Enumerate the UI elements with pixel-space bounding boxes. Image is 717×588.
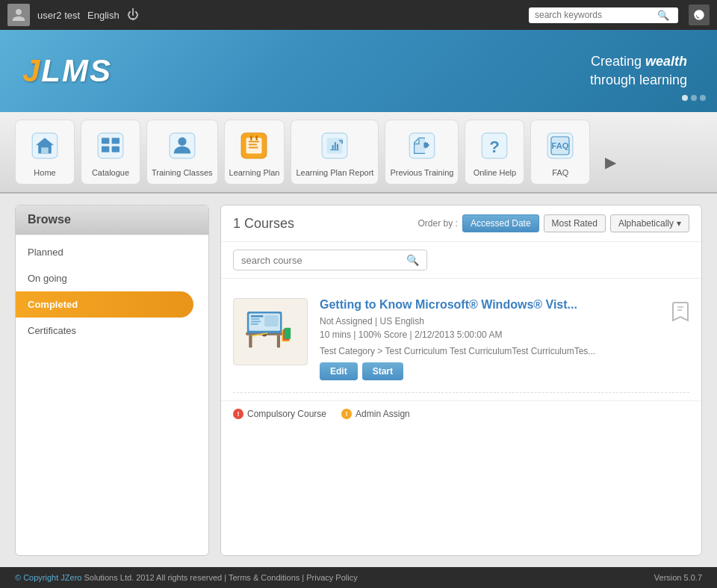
nav-next-arrow[interactable]: ▶: [599, 140, 621, 185]
nav-learning-plan-label: Learning Plan: [229, 168, 280, 178]
report-icon: [315, 126, 354, 165]
svg-rect-2: [98, 133, 123, 158]
nav-report-label: Learning Plan Report: [296, 168, 373, 178]
legend-bar: ! Compulsory Course ! Admin Assign: [221, 400, 701, 427]
home-icon: [25, 126, 64, 165]
nav-faq[interactable]: FAQ FAQ: [530, 120, 590, 185]
svg-rect-15: [251, 135, 252, 140]
search-submit-button[interactable]: [689, 4, 710, 25]
course-search: 🔍: [221, 242, 701, 279]
svg-rect-11: [249, 141, 259, 143]
order-label: Order by :: [418, 218, 458, 229]
search-icon: 🔍: [657, 10, 669, 21]
footer: © Copyright JZero Solutions Ltd. 2012 Al…: [0, 567, 717, 588]
previous-icon: [403, 126, 441, 165]
course-actions: Edit Start: [320, 362, 659, 380]
edit-button[interactable]: Edit: [320, 362, 358, 380]
course-count: 1 Courses: [233, 216, 294, 232]
nav-catalogue-label: Catalogue: [92, 168, 129, 178]
faq-icon: FAQ: [541, 126, 580, 165]
browse-item-certificates[interactable]: Certificates: [16, 318, 208, 344]
nav-faq-label: FAQ: [552, 168, 568, 178]
svg-rect-5: [102, 146, 109, 152]
svg-rect-31: [250, 321, 260, 322]
svg-rect-26: [276, 335, 279, 347]
browse-item-planned[interactable]: Planned: [16, 239, 208, 265]
order-controls: Order by : Accessed Date Most Rated Alph…: [418, 214, 689, 232]
nav-catalogue[interactable]: Catalogue: [81, 120, 140, 185]
browse-title: Browse: [16, 205, 208, 235]
course-panel: 1 Courses Order by : Accessed Date Most …: [220, 205, 702, 556]
svg-rect-14: [256, 135, 258, 140]
footer-version: Version 5.0.7: [654, 573, 702, 582]
brand-dots: [682, 95, 706, 101]
nav-training-classes[interactable]: Training Classes: [146, 120, 218, 185]
nav-previous-training[interactable]: Previous Training: [385, 120, 459, 185]
help-icon: ?: [475, 126, 514, 165]
order-alphabetically-label: Alphabetically: [618, 218, 674, 229]
order-accessed-date[interactable]: Accessed Date: [462, 214, 539, 232]
dropdown-arrow-icon: ▾: [677, 218, 681, 229]
svg-text:FAQ: FAQ: [552, 141, 569, 150]
svg-rect-33: [264, 315, 278, 327]
power-button[interactable]: ⏻: [127, 8, 139, 22]
legend-compulsory-label: Compulsory Course: [247, 409, 326, 419]
course-title[interactable]: Getting to Know Microsoft® Windows® Vist…: [320, 298, 659, 312]
svg-rect-13: [249, 147, 258, 149]
svg-rect-10: [246, 138, 262, 154]
course-search-box[interactable]: 🔍: [233, 250, 427, 270]
global-search-input[interactable]: [535, 10, 654, 20]
catalogue-icon: [91, 126, 130, 165]
svg-rect-3: [102, 138, 109, 144]
svg-rect-37: [284, 327, 290, 338]
course-list: Getting to Know Microsoft® Windows® Vist…: [221, 279, 701, 400]
course-category: Test Category > Test Curriculum Test Cur…: [320, 346, 659, 356]
topbar: user2 test English ⏻ 🔍: [0, 0, 717, 30]
language-label: English: [87, 10, 120, 21]
svg-text:?: ?: [490, 137, 500, 156]
svg-rect-12: [249, 144, 257, 146]
svg-rect-4: [112, 138, 120, 144]
brand-logo: JLMS: [22, 53, 112, 89]
nav-training-label: Training Classes: [152, 168, 213, 178]
training-icon: [163, 126, 202, 165]
main-navbar: Home Catalogue Training Classes: [0, 112, 717, 194]
nav-previous-label: Previous Training: [390, 168, 453, 178]
learning-plan-icon: [235, 126, 273, 165]
user-avatar: [7, 4, 30, 26]
footer-copyright: © Copyright JZero Solutions Ltd. 2012 Al…: [15, 573, 358, 582]
nav-learning-plan-report[interactable]: Learning Plan Report: [291, 120, 379, 185]
svg-rect-25: [249, 335, 252, 347]
nav-home[interactable]: Home: [15, 120, 75, 185]
username-label: user2 test: [37, 10, 80, 21]
course-card: Getting to Know Microsoft® Windows® Vist…: [233, 286, 689, 393]
svg-rect-1: [41, 147, 49, 153]
svg-rect-6: [112, 146, 120, 152]
browse-item-ongoing[interactable]: On going: [16, 265, 208, 291]
course-bookmark-icon: [671, 301, 689, 380]
course-info: Getting to Know Microsoft® Windows® Vist…: [320, 298, 659, 380]
header-banner: JLMS Creating wealththrough learning: [0, 30, 717, 112]
order-alphabetically-dropdown[interactable]: Alphabetically ▾: [610, 214, 689, 232]
svg-rect-29: [250, 315, 263, 318]
main-content: Browse Planned On going Completed Certif…: [0, 194, 717, 567]
nav-learning-plan[interactable]: Learning Plan: [224, 120, 285, 185]
course-search-input[interactable]: [241, 255, 402, 266]
compulsory-icon: !: [233, 409, 243, 419]
nav-online-help[interactable]: ? Online Help: [465, 120, 524, 185]
admin-assign-icon: !: [341, 409, 352, 419]
browse-item-completed[interactable]: Completed: [16, 291, 193, 318]
global-search-box[interactable]: 🔍: [529, 7, 678, 23]
browse-panel: Browse Planned On going Completed Certif…: [15, 205, 209, 556]
course-header: 1 Courses Order by : Accessed Date Most …: [221, 205, 701, 242]
legend-admin-assign-label: Admin Assign: [356, 409, 410, 419]
browse-list: Planned On going Completed Certificates: [16, 235, 208, 348]
start-button[interactable]: Start: [362, 362, 403, 380]
course-thumbnail: [233, 298, 308, 365]
course-search-icon: 🔍: [406, 254, 419, 266]
nav-help-label: Online Help: [474, 168, 516, 178]
course-meta: Not Assigned | US English: [320, 316, 659, 327]
course-score: 10 mins | 100% Score | 2/12/2013 5:00:00…: [320, 329, 659, 340]
svg-point-8: [178, 137, 186, 146]
order-most-rated[interactable]: Most Rated: [544, 214, 606, 232]
